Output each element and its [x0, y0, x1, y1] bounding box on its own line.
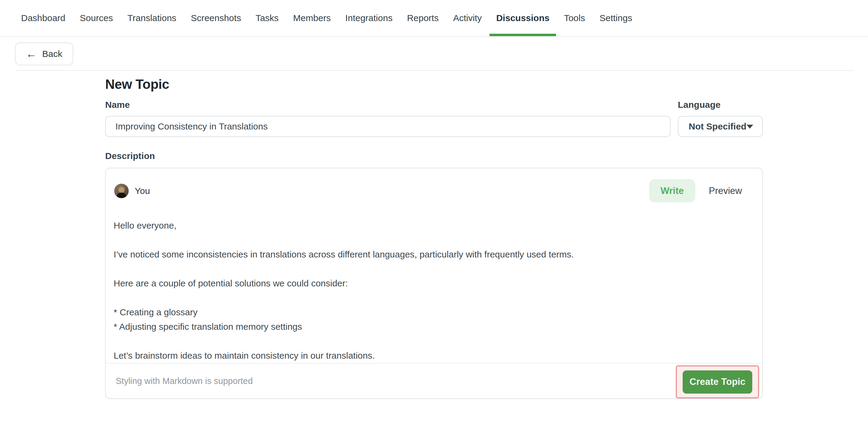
topic-name-input[interactable]: [105, 116, 671, 137]
chevron-down-icon: [747, 125, 753, 129]
language-dropdown[interactable]: Not Specified: [678, 116, 763, 137]
language-field-group: Language Not Specified: [678, 100, 763, 137]
nav-item-translations[interactable]: Translations: [127, 0, 176, 36]
user-avatar: [114, 184, 129, 198]
back-arrow-icon: ←: [26, 48, 37, 59]
nav-item-tools[interactable]: Tools: [564, 0, 585, 36]
editor-footer: Styling with Markdown is supported Creat…: [106, 363, 762, 398]
nav-item-dashboard[interactable]: Dashboard: [21, 0, 65, 36]
nav-item-screenshots[interactable]: Screenshots: [191, 0, 241, 36]
name-label: Name: [105, 100, 671, 110]
nav-item-tasks[interactable]: Tasks: [255, 0, 279, 36]
name-field-group: Name: [105, 100, 671, 137]
language-dropdown-value: Not Specified: [689, 121, 747, 132]
page-title: New Topic: [105, 77, 763, 92]
tab-write[interactable]: Write: [649, 179, 695, 202]
nav-item-activity[interactable]: Activity: [453, 0, 482, 36]
editor-card: You Write Preview Hello everyone, I’ve n…: [105, 168, 763, 399]
toolbar-divider: [15, 70, 854, 71]
main-content: New Topic Name Language Not Specified De…: [105, 77, 763, 399]
nav-item-integrations[interactable]: Integrations: [345, 0, 393, 36]
top-navigation: Dashboard Sources Translations Screensho…: [0, 0, 868, 37]
back-button[interactable]: ← Back: [15, 42, 73, 65]
tab-preview[interactable]: Preview: [709, 186, 742, 196]
topic-form-row: Name Language Not Specified: [105, 100, 763, 137]
description-label: Description: [105, 151, 763, 161]
description-textarea[interactable]: Hello everyone, I’ve noticed some incons…: [106, 202, 762, 363]
markdown-hint: Styling with Markdown is supported: [116, 376, 253, 386]
back-toolbar: ← Back: [0, 37, 868, 65]
author-name: You: [135, 186, 150, 196]
editor-header: You Write Preview: [106, 168, 762, 202]
nav-item-settings[interactable]: Settings: [599, 0, 632, 36]
nav-item-sources[interactable]: Sources: [80, 0, 113, 36]
back-button-label: Back: [42, 49, 62, 59]
annotation-highlight-box: Create Topic: [676, 365, 759, 398]
language-label: Language: [678, 100, 763, 110]
nav-item-discussions[interactable]: Discussions: [496, 0, 550, 36]
nav-item-reports[interactable]: Reports: [407, 0, 438, 36]
create-topic-button[interactable]: Create Topic: [683, 370, 752, 394]
nav-item-members[interactable]: Members: [293, 0, 331, 36]
